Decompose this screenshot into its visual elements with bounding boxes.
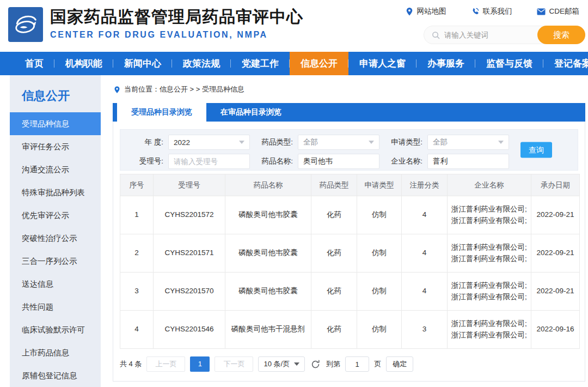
confirm-button[interactable]: 确定 — [386, 356, 413, 372]
sidebar-item-special-approval[interactable]: 特殊审批品种列表 — [10, 181, 101, 204]
cell-apply-type: 仿制 — [357, 196, 402, 234]
apply-type-label: 申请类型: — [379, 137, 427, 147]
sidebar-item-common-issues[interactable]: 共性问题 — [10, 295, 101, 318]
refresh-icon — [311, 360, 320, 369]
cell-company: 浙江普利药业有限公司;浙江普利药业有限公司; — [448, 234, 531, 273]
sidebar-item-communication[interactable]: 沟通交流公示 — [10, 158, 101, 181]
search-bar: 搜索 — [424, 26, 585, 44]
chevron-down-icon — [498, 141, 504, 144]
col-no: 序号 — [120, 174, 154, 196]
nav-item-info-disclosure[interactable]: 信息公开 — [290, 52, 348, 75]
nav-item-news[interactable]: 新闻中心 — [113, 52, 172, 75]
sidebar-item-delivery-info[interactable]: 送达信息 — [10, 273, 101, 295]
refresh-button[interactable] — [311, 360, 320, 369]
phone-icon — [471, 8, 479, 16]
sitemap-label: 网站地图 — [416, 7, 446, 16]
tab-accepted-catalog[interactable]: 受理品种目录浏览 — [117, 103, 206, 122]
nav-item-functions[interactable]: 机构职能 — [54, 52, 113, 75]
chevron-down-icon — [369, 141, 374, 144]
table-row[interactable]: 3 CYHS2201570 磷酸奥司他韦胶囊 化药 仿制 4 浙江普利药业有限公… — [120, 273, 580, 311]
sidebar-item-marketed-drugs[interactable]: 上市药品信息 — [10, 341, 101, 364]
cell-drug-name: 磷酸奥司他韦胶囊 — [225, 234, 311, 273]
sidebar-item-clinical-trial-implied-license[interactable]: 临床试验默示许可 — [10, 318, 101, 341]
cell-company: 浙江普利药业有限公司;浙江普利药业有限公司; — [448, 273, 531, 311]
cell-no: 3 — [120, 273, 154, 311]
year-label: 年 度: — [120, 137, 168, 147]
tab-bar: 受理品种目录浏览 在审品种目录浏览 — [113, 103, 585, 122]
cell-reg-class: 4 — [402, 273, 448, 311]
acceptance-no-field — [168, 154, 250, 169]
col-drug-type: 药品类型 — [311, 174, 357, 196]
nav-item-home[interactable]: 首页 — [14, 52, 54, 75]
cell-no: 1 — [120, 196, 154, 234]
col-reg-class: 注册分类 — [402, 174, 448, 196]
col-drug-name: 药品名称 — [225, 174, 311, 196]
search-icon — [432, 31, 440, 39]
sidebar-item-review-tasks[interactable]: 审评任务公示 — [10, 135, 101, 158]
drug-type-select[interactable]: 全部 — [298, 135, 379, 150]
page-size-value: 10 条/页 — [264, 359, 290, 369]
sidebar-item-accepted-varieties[interactable]: 受理品种信息 — [10, 112, 101, 135]
page-size-select[interactable]: 10 条/页 — [258, 356, 305, 372]
cell-acceptance-no: CYHS2201570 — [154, 273, 225, 311]
cell-company: 浙江普利药业有限公司;浙江普利药业有限公司; — [448, 311, 531, 349]
header: 国家药品监督管理局药品审评中心 CENTER FOR DRUG EVALUATI… — [0, 0, 588, 52]
nav-item-supervision[interactable]: 监督与反馈 — [475, 52, 543, 75]
apply-type-select[interactable]: 全部 — [427, 135, 509, 150]
acceptance-no-input[interactable] — [174, 158, 244, 166]
cell-no: 2 — [120, 234, 154, 273]
table-row[interactable]: 4 CYHS2201546 磷酸奥司他韦干混悬剂 化药 仿制 3 浙江普利药业有… — [120, 311, 580, 349]
drug-name-field — [298, 154, 379, 169]
table-row[interactable]: 2 CYHS2201571 磷酸奥司他韦胶囊 化药 仿制 4 浙江普利药业有限公… — [120, 234, 580, 273]
col-date: 承办日期 — [531, 174, 580, 196]
nav-item-registration-platform[interactable]: 登记备案平台 — [543, 52, 588, 75]
main-nav: 首页 机构职能 新闻中心 政策法规 党建工作 信息公开 申请人之窗 办事服务 监… — [0, 52, 588, 75]
search-button[interactable]: 搜索 — [537, 26, 585, 44]
cde-logo-icon — [10, 9, 41, 40]
site-title-block: 国家药品监督管理局药品审评中心 CENTER FOR DRUG EVALUATI… — [50, 7, 303, 40]
results-table: 序号 受理号 药品名称 药品类型 申请类型 注册分类 企业名称 承办日期 1 — [120, 174, 580, 349]
page-number-1[interactable]: 1 — [190, 356, 210, 372]
drug-name-label: 药品名称: — [250, 156, 298, 166]
sidebar-item-three-in-one[interactable]: 三合一序列公示 — [10, 250, 101, 273]
filter-row-2: 受理号: 药品名称: 企业名称: — [120, 154, 578, 169]
cell-drug-type: 化药 — [311, 311, 357, 349]
table-row[interactable]: 1 CYHS2201572 磷酸奥司他韦胶囊 化药 仿制 4 浙江普利药业有限公… — [120, 196, 580, 234]
sitemap-link[interactable]: 网站地图 — [406, 7, 446, 16]
sidebar-item-excipient-registration[interactable]: 原辅包登记信息 — [10, 364, 101, 387]
next-page-button[interactable]: 下一页 — [215, 356, 253, 372]
sidebar-item-priority-review[interactable]: 优先审评公示 — [10, 204, 101, 227]
nav-item-applicant-window[interactable]: 申请人之窗 — [348, 52, 416, 75]
total-count: 共 4 条 — [120, 359, 142, 369]
drug-name-input[interactable] — [303, 158, 374, 166]
cell-acceptance-no: CYHS2201546 — [154, 311, 225, 349]
sidebar: 信息公开 受理品种信息 审评任务公示 沟通交流公示 特殊审批品种列表 优先审评公… — [10, 75, 101, 387]
mailbox-link[interactable]: CDE邮箱 — [537, 7, 579, 16]
query-button[interactable]: 查询 — [520, 142, 552, 158]
year-value: 2022 — [174, 138, 190, 147]
chevron-down-icon — [294, 362, 299, 366]
contact-link[interactable]: 联系我们 — [471, 7, 512, 16]
cell-drug-type: 化药 — [311, 196, 357, 234]
goto-page-input[interactable] — [345, 356, 369, 372]
sidebar-title: 信息公开 — [10, 75, 101, 112]
sidebar-item-breakthrough-therapy[interactable]: 突破性治疗公示 — [10, 227, 101, 250]
prev-page-button[interactable]: 上一页 — [146, 356, 185, 372]
cell-no: 4 — [120, 311, 154, 349]
pagination: 共 4 条 上一页 1 下一页 10 条/页 到第 — [120, 356, 578, 372]
apply-type-value: 全部 — [433, 137, 448, 147]
nav-item-party[interactable]: 党建工作 — [231, 52, 290, 75]
col-apply-type: 申请类型 — [357, 174, 402, 196]
mailbox-label: CDE邮箱 — [549, 7, 579, 16]
cell-drug-name: 磷酸奥司他韦胶囊 — [225, 273, 311, 311]
nav-item-services[interactable]: 办事服务 — [416, 52, 475, 75]
filter-row-1: 年 度: 2022 药品类型: 全部 申请类型: 全部 — [120, 135, 578, 150]
breadcrumb-text: 当前位置：信息公开 > > 受理品种信息 — [124, 84, 244, 94]
tab-under-review-catalog[interactable]: 在审品种目录浏览 — [206, 103, 296, 122]
company-field — [427, 154, 509, 169]
top-links: 网站地图 联系我们 CDE邮箱 — [406, 7, 579, 16]
company-input[interactable] — [433, 158, 504, 166]
table-header: 序号 受理号 药品名称 药品类型 申请类型 注册分类 企业名称 承办日期 — [120, 174, 580, 196]
year-select[interactable]: 2022 — [168, 135, 250, 150]
nav-item-policy[interactable]: 政策法规 — [172, 52, 231, 75]
